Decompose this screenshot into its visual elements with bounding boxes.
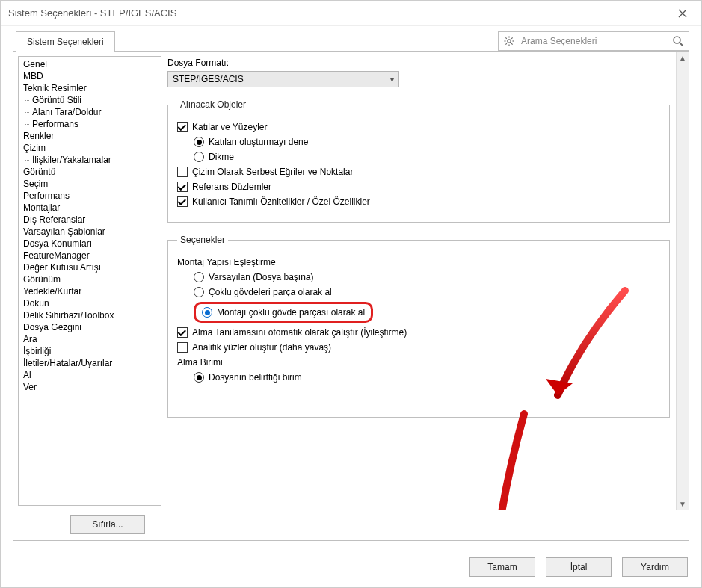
file-format-value: STEP/IGES/ACIS bbox=[173, 74, 244, 84]
scroll-track[interactable] bbox=[677, 64, 689, 498]
tree-item[interactable]: İletiler/Hatalar/Uyarılar bbox=[19, 357, 161, 369]
checkbox-user-attrs[interactable] bbox=[177, 196, 188, 207]
tree-item[interactable]: Çizim bbox=[19, 142, 161, 154]
category-tree[interactable]: GenelMBDTeknik ResimlerGörüntü StiliAlan… bbox=[18, 56, 161, 506]
scrollbar-vertical[interactable]: ▲ ▼ bbox=[676, 52, 689, 510]
tree-item-label: Değer Kutusu Artışı bbox=[23, 262, 101, 273]
opt-assembly-as-multibody[interactable]: Montajı çoklu gövde parçası olarak al bbox=[194, 302, 660, 323]
tree-item[interactable]: Genel bbox=[19, 58, 161, 70]
search-input[interactable] bbox=[520, 35, 668, 47]
tree-item[interactable]: Görüntü bbox=[19, 166, 161, 178]
tabs: Sistem Seçenekleri bbox=[16, 31, 115, 51]
opt-label: Kullanıcı Tanımlı Öznitelikler / Özel Öz… bbox=[192, 196, 370, 207]
ok-button[interactable]: Tamam bbox=[469, 557, 535, 577]
tree-item[interactable]: İşbirliği bbox=[19, 345, 161, 357]
dialog-buttons: Tamam İptal Yardım bbox=[1, 550, 701, 587]
opt-try-form-solids[interactable]: Katıları oluşturmayı dene bbox=[194, 137, 660, 147]
tree-item-label: Dokun bbox=[23, 298, 49, 309]
opt-ref-planes[interactable]: Referans Düzlemler bbox=[177, 182, 660, 192]
opt-free-curves[interactable]: Çizim Olarak Serbest Eğriler ve Noktalar bbox=[177, 167, 660, 177]
tree-item-label: Yedekle/Kurtar bbox=[23, 286, 81, 297]
tree-item[interactable]: Al bbox=[19, 369, 161, 381]
tree-item-label: Teknik Resimler bbox=[23, 83, 87, 93]
search-box[interactable] bbox=[498, 31, 689, 51]
opt-default-per-file[interactable]: Varsayılan (Dosya başına) bbox=[194, 272, 660, 282]
tree-item[interactable]: FeatureManager bbox=[19, 250, 161, 261]
tab-label: Sistem Seçenekleri bbox=[27, 37, 104, 47]
chevron-down-icon: ▾ bbox=[390, 75, 394, 84]
checkbox-solids-surfaces[interactable] bbox=[177, 122, 188, 132]
tree-item-label: Performans bbox=[32, 119, 78, 129]
content: GenelMBDTeknik ResimlerGörüntü StiliAlan… bbox=[13, 52, 689, 510]
tree-item[interactable]: Ver bbox=[19, 381, 161, 393]
radio-multi-as-parts[interactable] bbox=[194, 287, 204, 297]
tree-item[interactable]: Delik Sihirbazı/Toolbox bbox=[19, 309, 161, 321]
tree-item[interactable]: Dokun bbox=[19, 297, 161, 309]
tree-item[interactable]: Alanı Tara/Doldur bbox=[19, 106, 161, 118]
file-format-label: Dosya Formatı: bbox=[167, 58, 670, 68]
cancel-button[interactable]: İptal bbox=[546, 557, 612, 577]
radio-knit[interactable] bbox=[194, 152, 204, 162]
opt-auto-diag[interactable]: Alma Tanılamasını otomatik olarak çalışt… bbox=[177, 327, 660, 338]
tree-item[interactable]: Performans bbox=[19, 190, 161, 202]
main-panel: Dosya Formatı: STEP/IGES/ACIS ▾ Alınacak… bbox=[161, 52, 689, 510]
radio-try-form-solids[interactable] bbox=[194, 137, 204, 147]
radio-default-per-file[interactable] bbox=[194, 272, 204, 282]
opt-knit[interactable]: Dikme bbox=[194, 152, 660, 162]
tree-item[interactable]: Dosya Gezgini bbox=[19, 321, 161, 333]
tree-item[interactable]: Ara bbox=[19, 333, 161, 345]
tree-item-label: İlişkiler/Yakalamalar bbox=[32, 155, 111, 165]
tree-item-label: Görüntü bbox=[23, 167, 55, 177]
opt-unit-file[interactable]: Dosyanın belirttiği birim bbox=[194, 372, 660, 383]
radio-assembly-as-multibody[interactable] bbox=[202, 307, 212, 318]
checkbox-ref-planes[interactable] bbox=[177, 182, 188, 192]
tree-item[interactable]: Yedekle/Kurtar bbox=[19, 285, 161, 297]
reset-button[interactable]: Sıfırla... bbox=[70, 515, 145, 534]
close-icon bbox=[678, 9, 687, 18]
tree-item[interactable]: Görünüm bbox=[19, 273, 161, 285]
group-options: Seçenekler Montaj Yapısı Eşleştirme Vars… bbox=[167, 235, 670, 418]
tree-item-label: Alanı Tara/Doldur bbox=[32, 107, 102, 117]
tab-system-options[interactable]: Sistem Seçenekleri bbox=[16, 31, 115, 52]
opt-label: Analitik yüzler oluştur (daha yavaş) bbox=[192, 342, 331, 353]
opt-label: Çoklu gövdeleri parça olarak al bbox=[209, 287, 332, 297]
checkbox-auto-diag[interactable] bbox=[177, 327, 188, 338]
tree-item[interactable]: Değer Kutusu Artışı bbox=[19, 261, 161, 273]
tree-item-label: Dosya Konumları bbox=[23, 238, 92, 249]
scroll-down-icon[interactable]: ▼ bbox=[677, 498, 689, 510]
tree-item[interactable]: Performans bbox=[19, 118, 161, 130]
opt-analytic[interactable]: Analitik yüzler oluştur (daha yavaş) bbox=[177, 342, 660, 353]
tree-item[interactable]: Seçim bbox=[19, 178, 161, 190]
tree-item[interactable]: Görüntü Stili bbox=[19, 94, 161, 106]
tree-item[interactable]: Varsayılan Şablonlar bbox=[19, 226, 161, 238]
tree-item[interactable]: İlişkiler/Yakalamalar bbox=[19, 154, 161, 166]
help-button[interactable]: Yardım bbox=[622, 557, 688, 577]
tree-item[interactable]: Renkler bbox=[19, 130, 161, 142]
file-format-select[interactable]: STEP/IGES/ACIS ▾ bbox=[167, 71, 399, 87]
tree-item-label: Çizim bbox=[23, 143, 46, 153]
opt-multi-as-parts[interactable]: Çoklu gövdeleri parça olarak al bbox=[194, 287, 660, 297]
tree-item[interactable]: Dosya Konumları bbox=[19, 238, 161, 250]
opt-user-attrs[interactable]: Kullanıcı Tanımlı Öznitelikler / Özel Öz… bbox=[177, 196, 660, 207]
opt-label: Dikme bbox=[209, 152, 234, 162]
tree-item-label: Renkler bbox=[23, 131, 54, 141]
tree-item[interactable]: MBD bbox=[19, 70, 161, 82]
svg-line-8 bbox=[505, 43, 506, 44]
tree-item[interactable]: Montajlar bbox=[19, 202, 161, 214]
tree-item-label: Performans bbox=[23, 191, 70, 201]
scroll-up-icon[interactable]: ▲ bbox=[677, 52, 689, 64]
reset-label: Sıfırla... bbox=[92, 519, 123, 530]
group-import-objects: Alınacak Objeler Katılar ve Yüzeyler Kat… bbox=[167, 99, 670, 223]
svg-line-5 bbox=[505, 37, 506, 38]
tree-item[interactable]: Dış Referanslar bbox=[19, 214, 161, 226]
close-button[interactable] bbox=[671, 4, 694, 22]
checkbox-free-curves[interactable] bbox=[177, 167, 188, 177]
checkbox-analytic[interactable] bbox=[177, 342, 188, 353]
svg-point-0 bbox=[508, 39, 511, 42]
radio-unit-file[interactable] bbox=[194, 372, 204, 383]
tree-item[interactable]: Teknik Resimler bbox=[19, 82, 161, 94]
unit-heading: Alma Birimi bbox=[177, 357, 660, 368]
svg-point-9 bbox=[674, 37, 680, 43]
opt-label: Dosyanın belirttiği birim bbox=[209, 372, 302, 383]
opt-solids-surfaces[interactable]: Katılar ve Yüzeyler bbox=[177, 122, 660, 132]
